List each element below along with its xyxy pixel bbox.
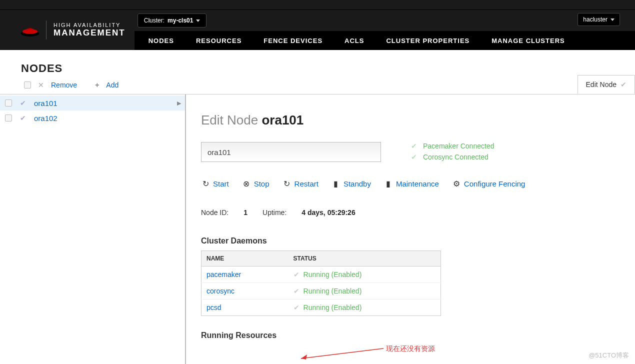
standby-icon: ▮	[332, 179, 340, 188]
nav-nodes[interactable]: NODES	[138, 31, 185, 50]
watermark: @51CTO博客	[588, 351, 629, 360]
status-label: Pacemaker Connected	[423, 142, 494, 150]
detail-heading: Edit Node ora101	[201, 112, 623, 128]
remove-icon: ✕	[38, 81, 44, 89]
refresh-icon: ↻	[201, 179, 210, 188]
daemons-table: NAME STATUS pacemaker ✔Running (Enabled)…	[201, 250, 441, 316]
add-icon: +	[95, 81, 99, 89]
check-icon: ✔	[20, 114, 26, 122]
col-status: STATUS	[288, 251, 441, 266]
check-icon: ✔	[294, 304, 300, 312]
node-checkbox[interactable]	[5, 100, 12, 106]
start-button[interactable]: ↻Start	[201, 179, 229, 188]
add-button[interactable]: Add	[106, 81, 118, 89]
action-bar: ↻Start ⊗Stop ↻Restart ▮Standby ▮Maintena…	[201, 179, 623, 188]
nav-cluster-properties[interactable]: CLUSTER PROPERTIES	[375, 31, 480, 50]
node-name: ora102	[34, 114, 58, 122]
col-name: NAME	[202, 251, 288, 266]
cluster-label: Cluster:	[144, 17, 164, 24]
status-pacemaker: ✔ Pacemaker Connected	[411, 142, 494, 150]
maintenance-icon: ▮	[384, 179, 393, 188]
check-icon: ✔	[411, 153, 417, 161]
nav-resources[interactable]: RESOURCES	[185, 31, 252, 50]
daemon-status: ✔Running (Enabled)	[288, 283, 441, 300]
check-icon: ✔	[20, 99, 26, 107]
cluster-daemons-title: Cluster Daemons	[201, 236, 623, 246]
node-list-item[interactable]: ✔ ora101 ▶	[0, 96, 185, 110]
daemon-name[interactable]: corosync	[202, 283, 288, 300]
svg-point-1	[22, 29, 38, 34]
cluster-name: my-cls01	[168, 17, 193, 24]
table-row: corosync ✔Running (Enabled)	[202, 283, 441, 300]
status-corosync: ✔ Corosync Connected	[411, 153, 494, 161]
logo-block: HIGH AVAILABILITY MANAGEMENT	[0, 10, 134, 50]
cluster-selector[interactable]: Cluster: my-cls01	[138, 14, 207, 28]
browser-chrome	[0, 0, 635, 10]
table-row: pcsd ✔Running (Enabled)	[202, 300, 441, 316]
chevron-down-icon	[610, 18, 614, 21]
tab-label: Edit Node	[586, 80, 616, 88]
uptime-label: Uptime:	[262, 208, 286, 216]
node-checkbox[interactable]	[5, 114, 12, 122]
stop-button[interactable]: ⊗Stop	[242, 179, 270, 188]
node-list: ✔ ora101 ▶ ✔ ora102	[0, 94, 186, 364]
status-label: Corosync Connected	[423, 153, 488, 161]
annotation-text: 现在还没有资源	[386, 344, 435, 354]
node-name: ora101	[34, 99, 58, 108]
detail-pane: Edit Node ✔ Edit Node ora101 ✔ Pacemaker…	[186, 94, 635, 364]
node-list-item[interactable]: ✔ ora102	[0, 110, 185, 126]
node-info: Node ID: 1 Uptime: 4 days, 05:29:26	[201, 208, 623, 216]
maintenance-button[interactable]: ▮Maintenance	[384, 179, 439, 188]
node-id-value: 1	[244, 208, 248, 216]
stop-icon: ⊗	[242, 179, 251, 188]
nav-fence-devices[interactable]: FENCE DEVICES	[252, 31, 334, 50]
redhat-logo-icon	[20, 22, 40, 38]
restart-button[interactable]: ↻Restart	[282, 179, 318, 188]
standby-button[interactable]: ▮Standby	[332, 179, 371, 188]
uptime-value: 4 days, 05:29:26	[302, 208, 355, 216]
daemon-name[interactable]: pacemaker	[202, 266, 288, 283]
node-id-label: Node ID:	[201, 208, 228, 216]
app-header: HIGH AVAILABILITY MANAGEMENT Cluster: my…	[0, 10, 635, 50]
main-nav: NODES RESOURCES FENCE DEVICES ACLS CLUST…	[134, 31, 635, 50]
daemon-status: ✔Running (Enabled)	[288, 266, 441, 283]
refresh-icon: ↻	[282, 179, 292, 188]
daemon-name[interactable]: pcsd	[202, 300, 288, 316]
user-name: hacluster	[583, 16, 608, 23]
check-icon: ✔	[294, 270, 300, 278]
nav-manage-clusters[interactable]: MANAGE CLUSTERS	[480, 31, 576, 50]
chevron-down-icon	[196, 20, 200, 22]
running-resources-title: Running Resources	[201, 331, 623, 340]
configure-fencing-button[interactable]: ⚙Configure Fencing	[452, 179, 526, 188]
chevron-right-icon: ▶	[177, 100, 181, 106]
gear-icon: ⚙	[452, 179, 461, 188]
select-all-checkbox[interactable]	[24, 82, 31, 88]
check-icon: ✔	[620, 80, 626, 88]
table-row: pacemaker ✔Running (Enabled)	[202, 266, 441, 283]
detail-heading-prefix: Edit Node	[201, 112, 258, 128]
brand-line1: HIGH AVAILABILITY	[54, 22, 126, 28]
detail-heading-name: ora101	[262, 112, 304, 128]
svg-line-2	[301, 348, 384, 358]
brand-line2: MANAGEMENT	[54, 28, 126, 38]
toolbar: ✕ Remove + Add	[0, 81, 635, 94]
node-name-input[interactable]	[201, 142, 381, 162]
user-menu[interactable]: hacluster	[578, 13, 620, 26]
remove-button[interactable]: Remove	[51, 81, 77, 89]
annotation-arrow-icon	[296, 346, 386, 362]
tab-edit-node[interactable]: Edit Node ✔	[578, 75, 635, 94]
check-icon: ✔	[411, 142, 417, 150]
page-title: NODES	[0, 50, 635, 81]
daemon-status: ✔Running (Enabled)	[288, 300, 441, 316]
nav-acls[interactable]: ACLS	[334, 31, 375, 50]
check-icon: ✔	[294, 287, 300, 295]
